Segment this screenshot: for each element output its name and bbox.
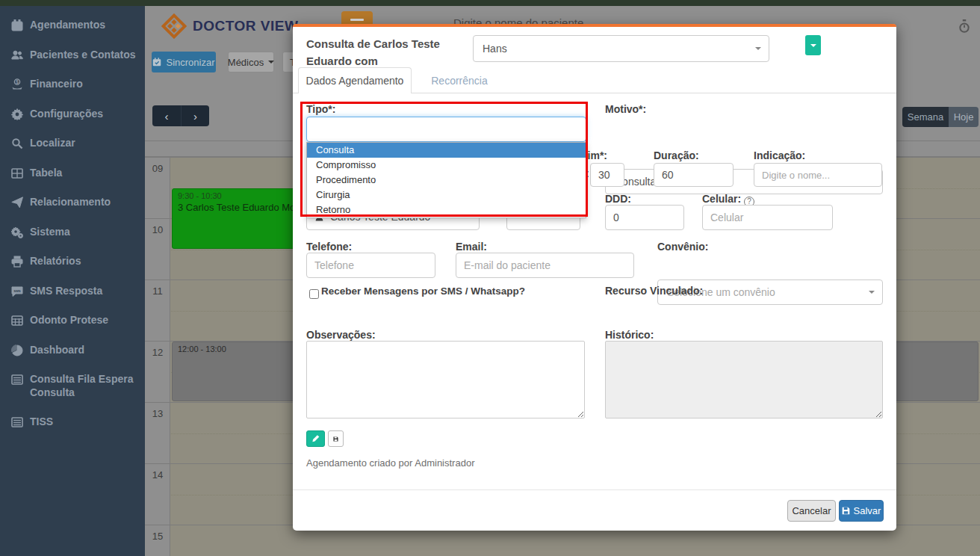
fim-time-separator: : (586, 167, 589, 179)
indicacao-input[interactable] (754, 163, 882, 187)
floppy-icon (842, 507, 850, 515)
telefone-label: Telefone: (306, 241, 352, 253)
calendar-prev-button[interactable]: ‹ (152, 105, 181, 126)
ddd-input[interactable] (605, 205, 684, 230)
email-label: Email: (456, 241, 487, 253)
sidebar-item-configuracoes[interactable]: Configurações (0, 99, 145, 129)
tipo-option-retorno[interactable]: Retorno (307, 203, 586, 217)
calendar-icon (11, 19, 23, 31)
caret-down-icon (268, 61, 274, 64)
hamburger-icon (350, 19, 364, 21)
indicacao-label: Indicação: (754, 149, 805, 161)
observacoes-textarea[interactable] (306, 341, 585, 418)
cancel-button[interactable]: Cancelar (787, 500, 836, 522)
calendar-nav: ‹ › (152, 105, 209, 126)
sidebar-item-label: Relatórios (30, 255, 81, 268)
medicos-dropdown-button[interactable]: Médicos (228, 52, 274, 72)
celular-input[interactable] (702, 205, 833, 230)
caret-down-icon (869, 291, 875, 294)
professional-select[interactable]: Hans (473, 35, 769, 62)
sidebar-item-agendamentos[interactable]: Agendamentos (0, 10, 145, 40)
sidebar-item-label: Tabela (30, 167, 62, 180)
caret-down-icon (755, 47, 761, 50)
hour-label: 11 (145, 285, 170, 297)
sidebar-item-label: Localizar (30, 137, 75, 150)
browser-top-strip (0, 0, 980, 6)
sms-whatsapp-checkbox[interactable] (309, 289, 319, 299)
sidebar-item-label: Relacionamento (30, 196, 111, 209)
sidebar-item-financeiro[interactable]: $ Financeiro (0, 70, 145, 99)
gear-icon (11, 108, 23, 120)
sidebar-item-sistema[interactable]: Sistema (0, 217, 145, 247)
pie-chart-icon (11, 345, 23, 356)
sidebar: Agendamentos Pacientes e Contatos $ Fina… (0, 6, 145, 556)
sidebar-item-pacientes[interactable]: Pacientes e Contatos (0, 40, 145, 70)
sidebar-item-label: SMS Resposta (30, 285, 102, 298)
sms-whatsapp-label[interactable]: Receber Mensagens por SMS / Whatsapp? (321, 285, 525, 297)
sincronizar-button[interactable]: Sincronizar (152, 52, 216, 72)
save-mini-button[interactable] (328, 430, 344, 447)
sidebar-item-localizar[interactable]: Localizar (0, 129, 145, 158)
sms-comment-icon: SMS (11, 285, 23, 297)
duracao-label: Duração: (654, 149, 699, 161)
sidebar-item-relatorios[interactable]: Relatórios (0, 247, 145, 277)
tipo-option-procedimento[interactable]: Procedimento (307, 173, 586, 188)
sidebar-item-consulta-fila-espera[interactable]: Consulta Fila Espera Consulta (0, 365, 145, 407)
calendar-next-button[interactable]: › (181, 105, 209, 126)
svg-text:$: $ (16, 79, 19, 85)
list-icon (11, 416, 23, 428)
users-icon (11, 49, 23, 61)
hour-label: 15 (145, 531, 170, 542)
telefone-input[interactable] (306, 253, 435, 278)
sidebar-item-relacionamento[interactable]: Relacionamento (0, 188, 145, 217)
table-icon (11, 167, 23, 179)
observacoes-label: Observações: (306, 329, 376, 341)
sidebar-item-tiss[interactable]: TISS (0, 407, 145, 437)
semana-view-button[interactable]: Semana (902, 107, 949, 127)
stopwatch-icon[interactable] (958, 19, 971, 34)
app-logo: DOCTOR VIEW (161, 13, 298, 39)
tipo-option-consulta[interactable]: Consulta (307, 143, 586, 158)
convenio-label: Convênio: (657, 241, 708, 253)
appointment-modal: Consulta de Carlos Teste Eduardo com Han… (293, 24, 896, 531)
modal-footer: Cancelar Salvar (293, 489, 896, 531)
historico-textarea (605, 341, 883, 418)
hour-label: 10 (145, 224, 170, 235)
ddd-label: DDD: (605, 193, 631, 205)
tipo-dropdown-list: Consulta Compromisso Procedimento Cirurg… (306, 142, 586, 218)
tab-recorrencia[interactable]: Recorrência (418, 67, 500, 93)
professional-actions-dropdown-button[interactable] (805, 35, 821, 55)
logo-text: DOCTOR VIEW (193, 18, 298, 34)
money-hand-icon: $ (11, 78, 23, 90)
sidebar-item-label: Configurações (30, 108, 103, 121)
tipo-option-compromisso[interactable]: Compromisso (307, 158, 586, 173)
save-button[interactable]: Salvar (839, 500, 884, 522)
hour-label: 09 (145, 163, 170, 174)
sidebar-item-label: Dashboard (30, 344, 84, 357)
motivo-label: Motivo*: (605, 103, 646, 115)
tab-dados-agendamento[interactable]: Dados Agendamento (298, 67, 412, 93)
tipo-option-cirurgia[interactable]: Cirurgia (307, 188, 586, 203)
calendar-sync-icon (152, 58, 161, 67)
sidebar-item-dashboard[interactable]: Dashboard (0, 336, 145, 365)
doctor-view-logo-icon (161, 13, 187, 39)
hour-label: 12 (145, 347, 170, 358)
search-icon (11, 138, 23, 149)
sidebar-item-sms-resposta[interactable]: SMS SMS Resposta (0, 277, 145, 306)
modal-accent-bar (293, 24, 896, 27)
duracao-input[interactable] (654, 163, 734, 187)
pencil-icon (311, 434, 320, 443)
caret-down-icon (810, 44, 816, 47)
tipo-combobox-input[interactable] (306, 117, 586, 142)
email-input[interactable] (456, 253, 634, 278)
sidebar-item-tabela[interactable]: Tabela (0, 158, 145, 188)
gears-icon (11, 226, 23, 238)
created-by-text: Agendamento criado por Administrador (306, 457, 474, 469)
send-icon (11, 197, 23, 208)
modal-tabs: Dados Agendamento Recorrência (293, 67, 896, 93)
sidebar-item-odonto-protese[interactable]: Odonto Protese (0, 306, 145, 336)
calendar-view-buttons: Semana Hoje (902, 107, 979, 127)
edit-button[interactable] (306, 430, 325, 447)
hoje-button[interactable]: Hoje (949, 107, 979, 127)
fim-minutes-input[interactable] (590, 163, 624, 187)
